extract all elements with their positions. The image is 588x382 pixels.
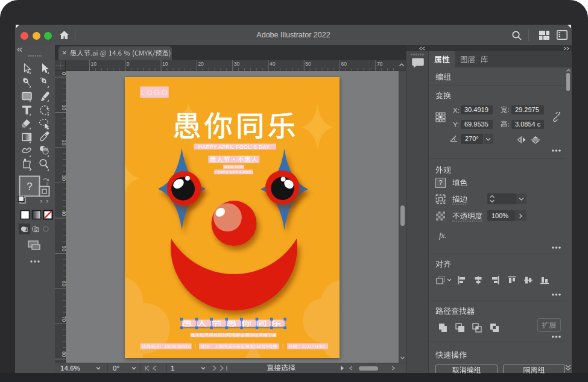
- svg-text:?: ?: [444, 195, 446, 198]
- svg-text:20: 20: [61, 140, 66, 146]
- svg-text:|: |: [195, 343, 196, 349]
- svg-text:?: ?: [46, 199, 49, 204]
- svg-text:20: 20: [198, 61, 204, 67]
- svg-text:70: 70: [61, 316, 66, 322]
- svg-text:40: 40: [61, 210, 66, 216]
- svg-text:0: 0: [127, 61, 130, 67]
- svg-text:30: 30: [234, 61, 240, 67]
- svg-text:?: ?: [46, 181, 49, 187]
- svg-text:?: ?: [27, 181, 32, 192]
- svg-text:30: 30: [61, 175, 66, 181]
- svg-text:50: 50: [305, 61, 311, 67]
- svg-text:10: 10: [61, 105, 66, 111]
- svg-text:50: 50: [61, 246, 66, 252]
- svg-text:APRIL FOOL: APRIL FOOL: [224, 165, 245, 169]
- svg-text:10: 10: [91, 61, 97, 67]
- svg-text:10: 10: [162, 61, 168, 67]
- svg-text:40: 40: [270, 61, 276, 67]
- svg-text:80: 80: [61, 351, 66, 357]
- svg-text:HAPPY APRIL FOOL’ S DAY: HAPPY APRIL FOOL’ S DAY: [198, 144, 270, 150]
- svg-text:60: 60: [61, 281, 66, 287]
- svg-text:LOGO: LOGO: [141, 88, 169, 97]
- svg-text:0: 0: [61, 72, 66, 75]
- svg-text:70: 70: [377, 61, 383, 67]
- svg-text:?: ?: [40, 199, 43, 204]
- svg-text:60: 60: [341, 61, 347, 67]
- svg-text:|: |: [282, 343, 283, 349]
- svg-text:5 DAYS NOT A FOOL: 5 DAYS NOT A FOOL: [214, 171, 254, 174]
